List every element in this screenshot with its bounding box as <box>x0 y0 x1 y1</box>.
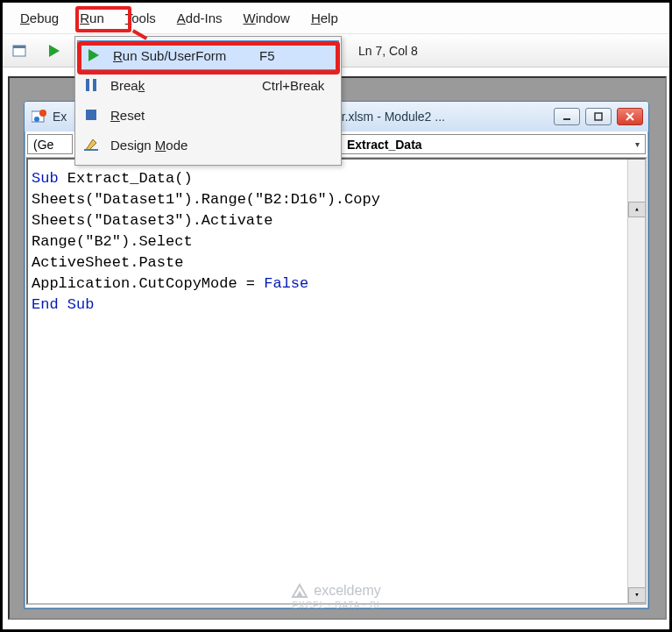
shortcut-label: F5 <box>259 48 329 63</box>
maximize-button[interactable] <box>585 108 612 125</box>
toolbar-play-icon[interactable] <box>45 41 64 60</box>
status-cursor-position: Ln 7, Col 8 <box>358 44 418 58</box>
minimize-button[interactable] <box>554 108 580 125</box>
code-window: Ex ner.xlsm - Module2 ... (Ge Extract_Da… <box>24 101 649 609</box>
menu-run[interactable]: Run <box>69 5 115 31</box>
combo-value: Extract_Data <box>347 138 422 152</box>
menu-tools[interactable]: Tools <box>115 5 166 31</box>
scroll-down-button[interactable]: ▾ <box>628 587 646 603</box>
menu-window[interactable]: Window <box>233 5 301 31</box>
svg-marker-3 <box>88 49 99 61</box>
svg-marker-2 <box>49 45 60 57</box>
chevron-down-icon: ▾ <box>635 139 640 149</box>
procedure-combo[interactable]: Extract_Data ▾ <box>341 134 646 154</box>
menu-addins[interactable]: Add-Ins <box>166 5 233 31</box>
svg-point-11 <box>34 117 39 122</box>
play-icon <box>83 49 104 61</box>
object-combo[interactable]: (Ge <box>27 134 73 154</box>
svg-rect-6 <box>86 110 96 120</box>
svg-rect-1 <box>13 46 25 48</box>
vertical-scrollbar[interactable]: ▴ ▾ <box>627 160 645 603</box>
svg-rect-5 <box>93 79 96 91</box>
menu-help[interactable]: Help <box>301 5 349 31</box>
design-icon <box>81 138 102 152</box>
svg-point-10 <box>39 110 46 117</box>
run-menu-dropdown: Run Sub/UserForm F5 Break Ctrl+Break Res… <box>74 36 342 166</box>
menu-bar: Debug Run Tools Add-Ins Window Help <box>3 3 669 34</box>
combo-value: (Ge <box>33 138 53 152</box>
stop-icon <box>81 110 102 120</box>
toolbar-view-icon[interactable] <box>10 41 29 60</box>
menuitem-reset[interactable]: Reset <box>75 100 341 130</box>
shortcut-label: Ctrl+Break <box>262 78 332 93</box>
menuitem-run-sub[interactable]: Run Sub/UserForm F5 <box>77 40 339 70</box>
scroll-up-button[interactable]: ▴ <box>628 202 646 217</box>
menuitem-design-mode[interactable]: Design Mode <box>75 130 341 160</box>
code-editor[interactable]: Sub Extract_Data() Sheets("Dataset1").Ra… <box>26 158 647 605</box>
menuitem-break[interactable]: Break Ctrl+Break <box>75 70 341 100</box>
svg-rect-8 <box>84 149 98 151</box>
close-button[interactable] <box>617 108 643 125</box>
svg-rect-13 <box>595 113 602 120</box>
svg-rect-4 <box>86 79 89 91</box>
vba-module-icon <box>32 110 47 124</box>
pause-icon <box>81 79 102 91</box>
svg-marker-7 <box>86 139 96 150</box>
menu-debug[interactable]: Debug <box>10 5 69 31</box>
